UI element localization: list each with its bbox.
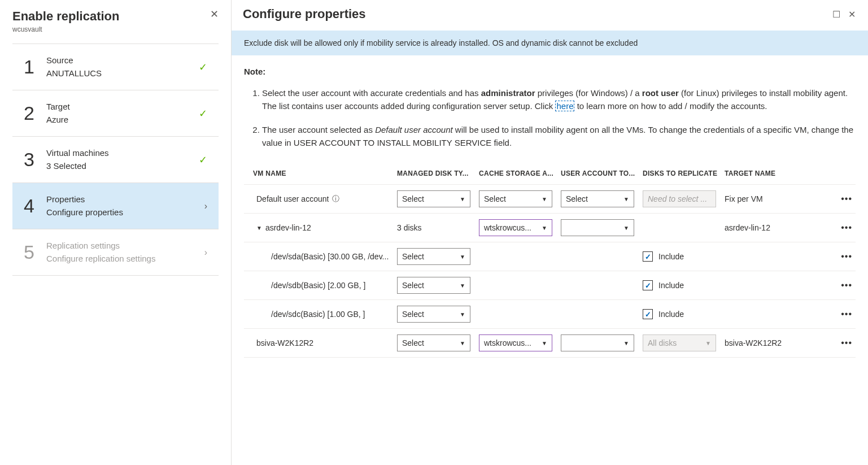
more-icon[interactable]: ••• xyxy=(836,223,852,233)
include-checkbox[interactable]: ✓ xyxy=(643,309,653,319)
here-link[interactable]: here xyxy=(555,101,574,111)
notes-list: Select the user account with accurate cr… xyxy=(244,86,856,149)
managed-disk-select[interactable]: Select▼ xyxy=(397,334,470,351)
managed-disk-select[interactable]: Select▼ xyxy=(397,248,470,265)
chevron-down-icon: ▼ xyxy=(623,340,629,346)
cache-storage-select[interactable]: Select▼ xyxy=(479,190,552,207)
info-icon[interactable]: ⓘ xyxy=(332,194,339,204)
chevron-down-icon: ▼ xyxy=(542,196,547,202)
table-row-disk: /dev/sdb(Basic) [2.00 GB, ] Select▼ ✓Inc… xyxy=(244,271,856,300)
more-icon[interactable]: ••• xyxy=(836,309,852,319)
cache-storage-select[interactable]: wtskrowcus...▼ xyxy=(479,219,552,236)
user-account-select[interactable]: Select▼ xyxy=(561,190,634,207)
close-icon[interactable]: ✕ xyxy=(848,9,856,20)
close-icon[interactable]: ✕ xyxy=(210,9,219,19)
properties-panel: Configure properties ☐ ✕ Exclude disk wi… xyxy=(232,0,868,465)
more-icon[interactable]: ••• xyxy=(836,194,852,204)
table-row-vm1: ▼asrdev-lin-12 3 disks wtskrowcus...▼ ▼ … xyxy=(244,214,856,242)
note-heading: Note: xyxy=(244,67,856,76)
table-row-vm2: bsiva-W2K12R2 Select▼ wtskrowcus...▼ ▼ A… xyxy=(244,329,856,358)
chevron-down-icon: ▼ xyxy=(705,340,711,346)
managed-disk-select[interactable]: Select▼ xyxy=(397,306,470,323)
chevron-down-icon: ▼ xyxy=(460,283,465,289)
col-disks-replicate: DISKS TO REPLICATE xyxy=(639,164,721,185)
more-icon[interactable]: ••• xyxy=(836,338,852,348)
more-icon[interactable]: ••• xyxy=(836,280,852,290)
table-row-default: Default user account ⓘ Select▼ Select▼ S… xyxy=(244,185,856,214)
table-row-disk: /dev/sda(Basic) [30.00 GB, /dev... Selec… xyxy=(244,242,856,271)
chevron-down-icon: ▼ xyxy=(542,340,547,346)
chevron-down-icon: ▼ xyxy=(623,196,629,202)
disks-replicate-select: All disks▼ xyxy=(643,334,716,351)
step-target[interactable]: 2 Target Azure ✓ xyxy=(12,90,219,136)
col-target-name: TARGET NAME xyxy=(721,164,833,185)
chevron-down-icon: ▼ xyxy=(623,225,629,231)
chevron-down-icon: ▼ xyxy=(460,196,465,202)
user-account-select[interactable]: ▼ xyxy=(561,334,634,351)
chevron-down-icon: ▼ xyxy=(460,340,465,346)
col-managed-disk: MANAGED DISK TY... xyxy=(394,164,476,185)
table-row-disk: /dev/sdc(Basic) [1.00 GB, ] Select▼ ✓Inc… xyxy=(244,300,856,329)
left-wizard-panel: Enable replication wcusvault ✕ 1 Source … xyxy=(0,0,232,465)
col-cache-storage: CACHE STORAGE A... xyxy=(476,164,557,185)
chevron-down-icon: ▼ xyxy=(460,254,465,260)
chevron-right-icon: › xyxy=(196,247,207,258)
col-vm-name: VM NAME xyxy=(244,164,394,185)
cache-storage-select[interactable]: wtskrowcus...▼ xyxy=(479,334,552,351)
expand-icon[interactable]: ▼ xyxy=(256,225,262,231)
check-icon: ✓ xyxy=(196,154,207,166)
chevron-right-icon: › xyxy=(196,201,207,211)
check-icon: ✓ xyxy=(196,61,207,73)
wizard-steps: 1 Source ANUTALLUCS ✓ 2 Target Azure ✓ 3… xyxy=(12,44,219,276)
step-properties[interactable]: 4 Properties Configure properties › xyxy=(12,182,219,229)
vm-properties-table: VM NAME MANAGED DISK TY... CACHE STORAGE… xyxy=(244,164,856,358)
note-item-1: Select the user account with accurate cr… xyxy=(262,86,856,113)
include-checkbox[interactable]: ✓ xyxy=(643,280,653,290)
chevron-down-icon: ▼ xyxy=(542,225,547,231)
check-icon: ✓ xyxy=(196,107,207,120)
page-title: Configure properties xyxy=(243,7,366,21)
managed-disk-select[interactable]: Select▼ xyxy=(397,277,470,294)
wizard-title: Enable replication xyxy=(12,9,120,24)
info-banner: Exclude disk will be allowed only if mob… xyxy=(232,31,868,55)
step-virtual-machines[interactable]: 3 Virtual machines 3 Selected ✓ xyxy=(12,136,219,182)
managed-disk-select[interactable]: Select▼ xyxy=(397,190,470,207)
more-icon[interactable]: ••• xyxy=(836,251,852,262)
wizard-subtitle: wcusvault xyxy=(12,25,120,33)
maximize-icon[interactable]: ☐ xyxy=(832,9,840,20)
col-user-account: USER ACCOUNT TO... xyxy=(557,164,639,185)
note-item-2: The user account selected as Default use… xyxy=(262,123,856,150)
chevron-down-icon: ▼ xyxy=(460,311,465,318)
user-account-select[interactable]: ▼ xyxy=(561,219,634,236)
include-checkbox[interactable]: ✓ xyxy=(643,251,653,262)
step-source[interactable]: 1 Source ANUTALLUCS ✓ xyxy=(12,44,219,90)
disks-replicate-select: Need to select ... xyxy=(643,190,716,207)
step-replication-settings: 5 Replication settings Configure replica… xyxy=(12,229,219,276)
